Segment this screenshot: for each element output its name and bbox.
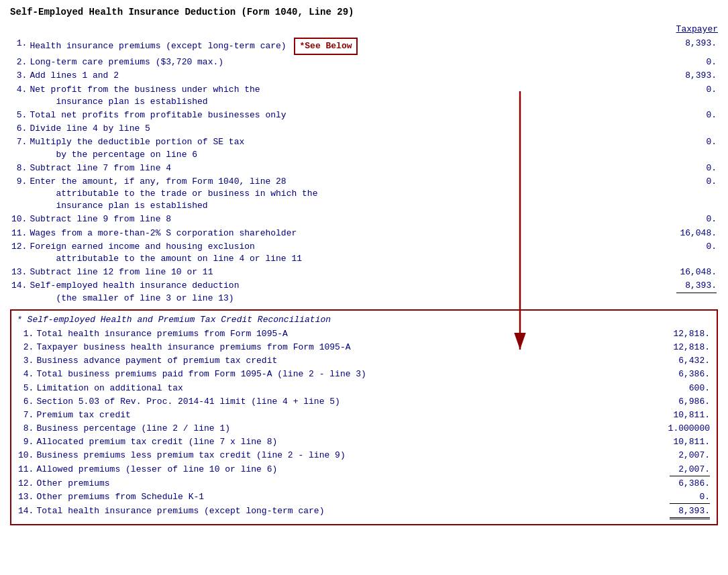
line-value: 0. [651,490,711,505]
line-label: Long-term care premiums ($3,720 max.) [28,56,658,69]
line-label: Subtract line 7 from line 4 [28,162,658,175]
line-value: 0. [658,56,718,69]
table-row: 5. Total net profits from profitable bus… [10,109,718,122]
line-value: 0. [658,136,718,161]
line-num: 11. [10,227,28,240]
line-value: 10,811. [651,409,711,422]
bottom-section-title: * Self-employed Health and Premium Tax C… [17,315,711,325]
line-value: 10,811. [651,435,711,449]
line-label: Multiply the deductible portion of SE ta… [28,136,658,161]
line-label: Taxpayer business health insurance premi… [35,341,651,354]
table-row: 9. Allocated premium tax credit (line 7 … [17,435,711,449]
table-row: 14. Total health insurance premiums (exc… [17,505,711,520]
line-label: Business percentage (line 2 / line 1) [35,422,651,435]
line-num: 11. [17,463,35,477]
table-row: 3. Business advance payment of premium t… [17,354,711,368]
table-row: 12. Foreign earned income and housing ex… [10,240,718,266]
table-row: 7. Multiply the deductible portion of SE… [10,136,718,161]
line-label: Total health insurance premiums (except … [35,505,651,520]
line-num: 6. [10,122,28,136]
line-label: Subtract line 9 from line 8 [28,213,658,226]
line-value: 2,007. [651,449,711,462]
line-value: 8,393. [658,69,718,83]
line-num: 1. [17,327,35,341]
table-row: 7. Premium tax credit 10,811. [17,409,711,422]
line-value: 0. [658,175,718,213]
taxpayer-header: Taxpayer [658,24,718,37]
table-row: 4. Net profit from the business under wh… [10,83,718,109]
line-num: 2. [17,341,35,354]
line-value: 0. [658,213,718,226]
line-num: 3. [10,69,28,83]
table-row: 4. Total business premiums paid from For… [17,368,711,381]
line-num: 7. [17,409,35,422]
line-value: 16,048. [658,266,718,279]
table-row: 13. Other premiums from Schedule K-1 0. [17,490,711,505]
line-value: 6,986. [651,395,711,409]
line-num: 5. [17,382,35,395]
line-label: Divide line 4 by line 5 [28,122,658,136]
line-label: Business advance payment of premium tax … [35,354,651,368]
line-value: 1.000000 [651,422,711,435]
line-value [658,122,718,136]
line-num: 8. [10,162,28,175]
table-row: 10. Business premiums less premium tax c… [17,449,711,462]
line-num: 10. [10,213,28,226]
line-value: 0. [658,109,718,122]
line-value: 8,393. [658,279,718,305]
line-value: 0. [658,240,718,266]
line-value: 8,393. [658,37,718,56]
header-row: Taxpayer [10,24,718,37]
table-row: 3. Add lines 1 and 2 8,393. [10,69,718,83]
line-value: 12,818. [651,327,711,341]
line-value: 16,048. [658,227,718,240]
table-row: 12. Other premiums 6,386. [17,477,711,490]
table-row: 1. Total health insurance premiums from … [17,327,711,341]
line-num: 10. [17,449,35,462]
line-value: 0. [658,162,718,175]
line-label: Other premiums [35,477,651,490]
line-label: Self-employed health insurance deduction… [28,279,658,305]
line-value: 12,818. [651,341,711,354]
line-num: 4. [17,368,35,381]
line-num: 14. [17,505,35,520]
line-num: 3. [17,354,35,368]
table-row: 2. Long-term care premiums ($3,720 max.)… [10,56,718,69]
line-value: 6,432. [651,354,711,368]
line-label: Total health insurance premiums from For… [35,327,651,341]
line-value: 0. [658,83,718,109]
line-label: Section 5.03 of Rev. Proc. 2014-41 limit… [35,395,651,409]
table-row: 6. Section 5.03 of Rev. Proc. 2014-41 li… [17,395,711,409]
line-num: 4. [10,83,28,109]
line-label: Total business premiums paid from Form 1… [35,368,651,381]
line-label: Foreign earned income and housing exclus… [28,240,658,266]
line-label: Allowed premiums (lesser of line 10 or l… [35,463,651,477]
see-below-note: *See Below [294,38,357,55]
line-num: 5. [10,109,28,122]
line-value: 2,007. [651,463,711,477]
table-row: 9. Enter the amount, if any, from Form 1… [10,175,718,213]
bottom-table: 1. Total health insurance premiums from … [17,327,711,521]
table-row: 5. Limitation on additional tax 600. [17,382,711,395]
bottom-section: * Self-employed Health and Premium Tax C… [10,309,718,526]
line-num: 9. [10,175,28,213]
table-row: 8. Business percentage (line 2 / line 1)… [17,422,711,435]
line-label: Premium tax credit [35,409,651,422]
line-num: 13. [17,490,35,505]
page-title: Self-Employed Health Insurance Deduction… [10,7,718,17]
table-row: 1. Health insurance premiums (except lon… [10,37,718,56]
line-label: Total net profits from profitable busine… [28,109,658,122]
line-label: Allocated premium tax credit (line 7 x l… [35,435,651,449]
line-num: 9. [17,435,35,449]
line-label: Business premiums less premium tax credi… [35,449,651,462]
table-row: 8. Subtract line 7 from line 4 0. [10,162,718,175]
table-row: 6. Divide line 4 by line 5 [10,122,718,136]
line-num: 7. [10,136,28,161]
line-num: 8. [17,422,35,435]
main-table: Taxpayer 1. Health insurance premiums (e… [10,24,718,305]
line-value: 8,393. [651,505,711,520]
line-label: Wages from a more-than-2% S corporation … [28,227,658,240]
line-num: 1. [10,37,28,56]
line-value: 600. [651,382,711,395]
line-value: 6,386. [651,477,711,490]
